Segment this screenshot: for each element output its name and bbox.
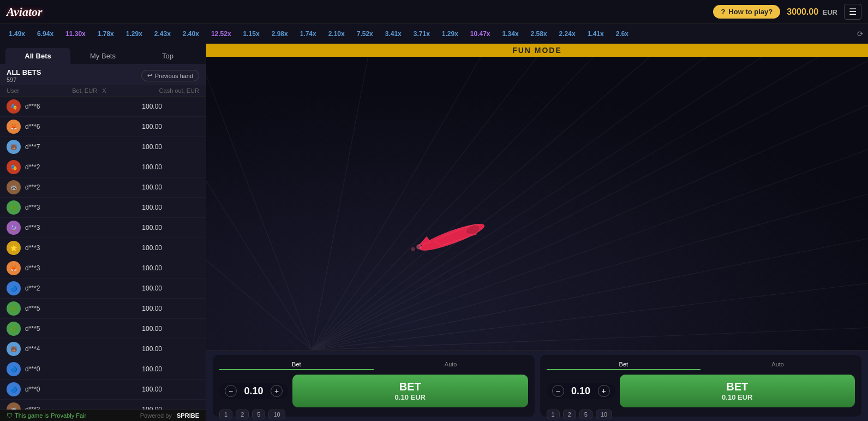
bets-header: ALL BETS 597 ↩ Previous hand	[0, 64, 206, 85]
main-layout: All Bets My Bets Top ALL BETS 597 ↩ Prev…	[0, 44, 868, 421]
bet-amount: 100.00	[129, 244, 162, 252]
bet-value-1: 0.10	[240, 386, 267, 397]
quick-btn-1-5[interactable]: 5	[252, 410, 265, 419]
mult-item[interactable]: 7.52x	[352, 28, 378, 39]
bet-button-1[interactable]: BET 0.10 EUR	[292, 375, 528, 407]
avatar: 🔵	[7, 281, 21, 295]
bet-amount: 100.00	[129, 386, 162, 393]
table-row: 🌿d***5100.00	[0, 319, 206, 339]
quick-btn-2-10[interactable]: 10	[596, 410, 612, 419]
prev-hand-icon: ↩	[147, 72, 152, 79]
increase-bet-1-button[interactable]: +	[271, 385, 283, 397]
mult-item[interactable]: 2.98x	[267, 28, 292, 39]
bet-amount: 100.00	[129, 284, 162, 292]
bet-controls-row-1: − 0.10 + BET 0.10 EUR	[219, 375, 528, 407]
decrease-bet-1-button[interactable]: −	[225, 385, 237, 397]
avatar: 🌟	[7, 241, 21, 255]
avatar: 🦝	[7, 402, 21, 410]
provably-fair-text: Provably Fair	[51, 412, 86, 419]
mult-item[interactable]: 1.34x	[498, 28, 523, 39]
bet-button-2[interactable]: BET 0.10 EUR	[620, 375, 855, 407]
mult-item[interactable]: 3.41x	[381, 28, 406, 39]
username: d***3	[25, 244, 125, 252]
mult-item[interactable]: 1.78x	[93, 28, 118, 39]
username: d***3	[25, 224, 125, 232]
table-row: 🦊d***3100.00	[0, 258, 206, 278]
avatar: 🔵	[7, 382, 21, 396]
mult-item[interactable]: 2.58x	[526, 28, 552, 39]
username: d***0	[25, 386, 125, 393]
mult-item[interactable]: 1.49x	[4, 28, 29, 39]
shield-icon: 🛡	[7, 412, 13, 419]
bet-tab-1-auto[interactable]: Auto	[374, 359, 528, 370]
powered-by-label: Powered by SPRIBE	[140, 412, 199, 419]
avatar: 🐻	[7, 140, 21, 154]
multiplier-bar: 1.49x 6.94x 11.30x 1.78x 1.29x 2.43x 2.4…	[0, 24, 868, 44]
table-row: 🐻d***4100.00	[0, 339, 206, 359]
mult-item[interactable]: 2.43x	[150, 28, 175, 39]
col-cashout-label: Cash out, EUR	[159, 87, 199, 94]
table-row: 🦝d***2100.00	[0, 177, 206, 198]
hamburger-button[interactable]: ☰	[844, 4, 861, 20]
tab-all-bets[interactable]: All Bets	[5, 48, 70, 64]
mult-item[interactable]: 2.6x	[612, 28, 633, 39]
username: d***5	[25, 305, 125, 312]
mult-item[interactable]: 1.74x	[296, 28, 321, 39]
username: d***2	[25, 183, 125, 191]
fun-mode-banner: FUN MODE	[206, 44, 868, 57]
mult-item[interactable]: 2.10x	[324, 28, 349, 39]
quick-btn-1-10[interactable]: 10	[268, 410, 285, 419]
how-to-play-button[interactable]: ? How to play?	[713, 5, 780, 19]
balance-display: 3000.00 EUR	[787, 7, 837, 17]
avatar: 🐻	[7, 342, 21, 356]
mult-item[interactable]: 2.24x	[555, 28, 580, 39]
bet-tab-2-bet[interactable]: Bet	[547, 359, 701, 370]
bet-controls-row-2: − 0.10 + BET 0.10 EUR	[547, 375, 855, 407]
avatar: 🌿	[7, 301, 21, 316]
username: d***7	[25, 143, 125, 151]
table-row: 🌟d***3100.00	[0, 238, 206, 258]
mult-item[interactable]: 3.71x	[409, 28, 434, 39]
previous-hand-button[interactable]: ↩ Previous hand	[141, 70, 199, 81]
mult-item[interactable]: 12.52x	[207, 28, 236, 39]
avatar: 🌿	[7, 322, 21, 336]
avatar: 🌿	[7, 200, 21, 215]
bet-tab-1-bet[interactable]: Bet	[219, 359, 374, 370]
refresh-icon[interactable]: ⟳	[857, 29, 864, 38]
username: d***3	[25, 204, 125, 211]
svg-point-24	[411, 247, 415, 251]
bets-title: ALL BETS	[7, 68, 41, 76]
app-logo: Aviator	[7, 5, 43, 19]
quick-amounts-1: 1 2 5 10	[219, 410, 528, 419]
quick-btn-2-5[interactable]: 5	[579, 410, 592, 419]
mult-item[interactable]: 1.41x	[583, 28, 608, 39]
quick-btn-2-2[interactable]: 2	[563, 410, 576, 419]
bet-value-2: 0.10	[567, 386, 595, 397]
decrease-bet-2-button[interactable]: −	[552, 385, 564, 397]
balance-currency: EUR	[823, 8, 837, 16]
game-canvas	[206, 57, 868, 350]
quick-btn-2-1[interactable]: 1	[547, 410, 560, 419]
mult-item[interactable]: 2.40x	[178, 28, 203, 39]
mult-item[interactable]: 10.47x	[466, 28, 495, 39]
bet-stepper-2: − 0.10 +	[547, 383, 615, 399]
bet-tab-2-auto[interactable]: Auto	[701, 359, 855, 370]
mult-item[interactable]: 1.15x	[239, 28, 264, 39]
quick-btn-1-1[interactable]: 1	[219, 410, 232, 419]
mult-item[interactable]: 1.29x	[122, 28, 147, 39]
spribe-label: SPRIBE	[177, 412, 199, 419]
mult-item[interactable]: 11.30x	[61, 28, 90, 39]
col-user-label: User	[7, 87, 19, 94]
bet-amount: 100.00	[129, 163, 162, 171]
footer-status: 🛡 This game is Provably Fair Powered by …	[0, 410, 206, 421]
increase-bet-2-button[interactable]: +	[598, 385, 610, 397]
bet-amount: 100.00	[129, 123, 162, 131]
tab-top[interactable]: Top	[135, 48, 200, 64]
table-row: 🔵d***2100.00	[0, 278, 206, 299]
table-row: 🔮d***3100.00	[0, 218, 206, 238]
tab-my-bets[interactable]: My Bets	[70, 48, 135, 64]
avatar: 🦝	[7, 180, 21, 194]
quick-btn-1-2[interactable]: 2	[236, 410, 249, 419]
mult-item[interactable]: 1.29x	[438, 28, 463, 39]
mult-item[interactable]: 6.94x	[33, 28, 58, 39]
